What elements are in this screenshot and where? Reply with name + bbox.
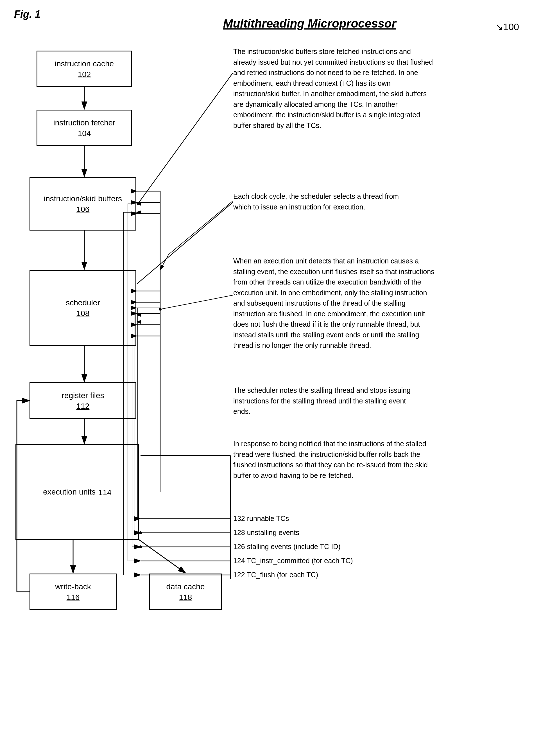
instruction-fetcher-number: 104 <box>78 129 91 138</box>
signal-126: 126 stalling events (include TC ID) <box>233 543 340 551</box>
ref-number-value: 100 <box>503 21 519 32</box>
instruction-cache-label: instruction cache <box>55 59 114 69</box>
register-files-box: register files 112 <box>30 382 136 419</box>
signal-122: 122 TC_flush (for each TC) <box>233 571 318 579</box>
scheduler-box: scheduler 108 <box>30 270 136 346</box>
data-cache-number: 118 <box>179 593 192 602</box>
write-back-label: write-back <box>55 582 91 592</box>
svg-point-19 <box>139 545 142 548</box>
svg-line-9 <box>139 540 186 573</box>
scheduler-annotation: Each clock cycle, the scheduler selects … <box>233 191 407 212</box>
svg-line-10 <box>137 73 233 205</box>
instruction-cache-box: instruction cache 102 <box>37 51 132 87</box>
signal-124: 124 TC_instr_committed (for each TC) <box>233 557 353 565</box>
scheduler-number: 108 <box>76 309 90 318</box>
rollback-annotation: In response to being notified that the i… <box>233 439 430 481</box>
stall-annotation: When an execution unit detects that an i… <box>233 256 436 351</box>
register-files-number: 112 <box>76 402 90 411</box>
execution-units-number: 114 <box>98 488 112 497</box>
skid-buffer-annotation: The instruction/skid buffers store fetch… <box>233 46 436 131</box>
svg-point-20 <box>139 531 142 534</box>
execution-units-label: execution units <box>43 487 96 497</box>
page: Fig. 1 Multithreading Microprocessor ↘10… <box>0 0 550 756</box>
svg-line-11 <box>137 202 233 284</box>
svg-line-33 <box>160 295 233 309</box>
signal-132: 132 runnable TCs <box>233 514 289 523</box>
svg-point-34 <box>159 308 162 311</box>
write-back-box: write-back 116 <box>30 574 117 610</box>
instruction-fetcher-label: instruction fetcher <box>53 118 116 128</box>
ref-number: ↘100 <box>495 21 519 32</box>
data-cache-box: data cache 118 <box>149 574 222 610</box>
data-cache-label: data cache <box>166 582 205 592</box>
instruction-cache-number: 102 <box>78 70 91 79</box>
svg-line-36 <box>160 254 169 270</box>
scheduler-notes-annotation: The scheduler notes the stalling thread … <box>233 385 424 417</box>
fig-label: Fig. 1 <box>14 8 40 20</box>
register-files-label: register files <box>62 391 104 401</box>
page-title: Multithreading Microprocessor <box>223 17 396 30</box>
signal-128: 128 unstalling events <box>233 529 299 537</box>
skid-buffers-label: instruction/skid buffers <box>44 194 122 204</box>
svg-line-35 <box>169 201 233 254</box>
skid-buffers-number: 106 <box>76 205 90 214</box>
write-back-number: 116 <box>67 593 80 602</box>
scheduler-label: scheduler <box>66 298 100 308</box>
instruction-fetcher-box: instruction fetcher 104 <box>37 110 132 146</box>
execution-units-box: execution units 114 <box>15 444 139 540</box>
skid-buffers-box: instruction/skid buffers 106 <box>30 177 136 231</box>
